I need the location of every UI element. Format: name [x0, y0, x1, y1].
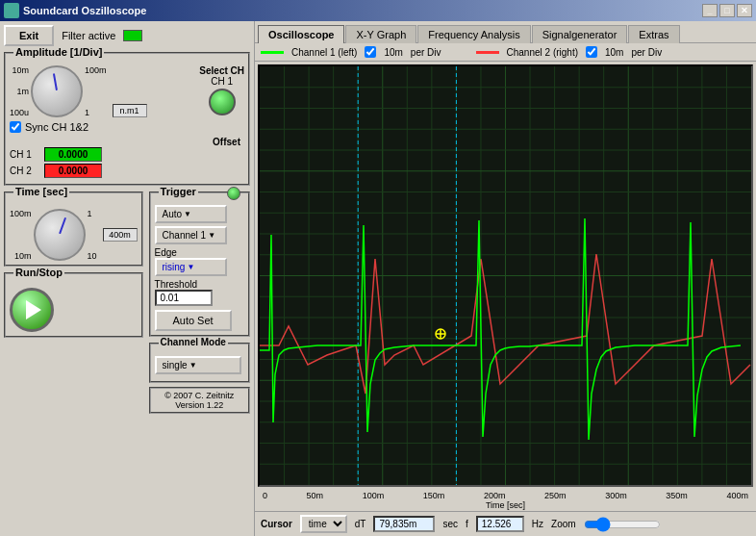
trigger-channel-dropdown[interactable]: Channel 1 ▼ — [155, 226, 227, 244]
channel-info-bar: Channel 1 (left) 10m per Div Channel 2 (… — [255, 42, 756, 62]
time-value: 400m — [103, 228, 138, 242]
ch2-visibility-checkbox[interactable] — [586, 46, 597, 58]
amp-scale-100m: 100m — [85, 65, 107, 75]
ch1-per-div-unit: per Div — [411, 47, 441, 58]
app-icon — [4, 3, 19, 18]
x-label-250m: 250m — [544, 491, 567, 500]
ch2-per-div: 10m — [605, 47, 623, 58]
exit-button[interactable]: Exit — [4, 25, 54, 46]
amp-scale-10m: 10m — [10, 65, 29, 75]
offset-ch2-label: CH 2 — [10, 166, 38, 176]
cursor-label: Cursor — [261, 519, 292, 529]
zoom-slider[interactable] — [584, 517, 661, 532]
dropdown-arrow-mode: ▼ — [184, 210, 191, 218]
run-stop-section: Run/Stop — [4, 272, 143, 338]
close-button[interactable]: ✕ — [737, 4, 752, 17]
time-scale-100m: 100m — [10, 209, 32, 218]
ch2-color-line — [476, 51, 499, 54]
ch1-led[interactable] — [209, 89, 236, 115]
tab-extras[interactable]: Extras — [628, 25, 679, 43]
channel-mode-dropdown[interactable]: single ▼ — [155, 356, 241, 374]
sync-label: Sync CH 1&2 — [25, 121, 88, 133]
amplitude-value: n.m1 — [113, 104, 147, 117]
time-knob[interactable] — [34, 209, 86, 261]
channel-mode-section: Channel Mode single ▼ — [149, 343, 250, 383]
threshold-label: Threshold — [155, 279, 244, 290]
trigger-mode-dropdown[interactable]: Auto ▼ — [155, 205, 227, 223]
scope-display[interactable] — [258, 64, 753, 487]
x-label-100m: 100m — [363, 491, 385, 500]
dt-label: dT — [355, 519, 366, 529]
ch1-color-line — [261, 51, 284, 54]
x-label-0: 0 — [263, 491, 267, 500]
offset-section: Offset CH 1 0.0000 CH 2 0.0000 — [10, 137, 244, 178]
offset-ch1-label: CH 1 — [10, 149, 38, 160]
maximize-button[interactable]: □ — [719, 4, 735, 17]
scope-svg — [260, 66, 751, 485]
f-label: f — [466, 519, 468, 529]
time-scale-1: 1 — [88, 209, 97, 218]
offset-title: Offset — [10, 137, 240, 147]
run-stop-button[interactable] — [10, 288, 54, 332]
minimize-button[interactable]: _ — [702, 4, 718, 17]
x-axis-title: Time [sec] — [261, 500, 750, 510]
f-value: 12.526 — [476, 516, 524, 532]
dropdown-arrow-edge: ▼ — [187, 263, 194, 271]
sync-checkbox[interactable] — [10, 121, 21, 133]
bottom-area: Time [sec] 100m 10m 1 10 400 — [4, 191, 250, 532]
x-label-400m: 400m — [726, 491, 748, 500]
amplitude-knob[interactable] — [31, 65, 83, 117]
play-icon — [26, 300, 41, 319]
ch2-bar-label: Channel 2 (right) — [507, 47, 578, 58]
tab-signal-gen[interactable]: Signalgenerator — [532, 25, 628, 43]
top-controls: Exit Filter active — [4, 25, 250, 46]
tab-oscilloscope[interactable]: Oscilloscope — [258, 25, 344, 43]
filter-indicator — [123, 30, 142, 41]
ch2-per-div-unit: per Div — [631, 47, 662, 58]
tab-xy-graph[interactable]: X-Y Graph — [345, 25, 416, 43]
amp-scale-1: 1 — [85, 108, 107, 117]
x-label-50m: 50m — [307, 491, 324, 500]
tabs-bar: Oscilloscope X-Y Graph Frequency Analysi… — [255, 21, 756, 42]
tab-freq-analysis[interactable]: Frequency Analysis — [417, 25, 530, 43]
amplitude-label: Amplitude [1/Div] — [13, 46, 104, 58]
run-stop-label: Run/Stop — [13, 267, 64, 278]
select-ch-area: Select CH CH 1 — [199, 65, 244, 117]
auto-set-button[interactable]: Auto Set — [155, 310, 232, 331]
trigger-edge-dropdown[interactable]: rising ▼ — [155, 258, 227, 276]
amp-scale-1m: 1m — [10, 87, 29, 96]
right-panel: Oscilloscope X-Y Graph Frequency Analysi… — [255, 21, 756, 536]
offset-ch2-value[interactable]: 0.0000 — [44, 164, 102, 178]
x-label-150m: 150m — [423, 491, 445, 500]
offset-ch1-value[interactable]: 0.0000 — [44, 147, 102, 162]
f-unit: Hz — [532, 519, 543, 529]
bottom-bar: Cursor time dT 79,835m sec f 12.526 Hz Z… — [255, 511, 756, 536]
ch1-label: CH 1 — [199, 76, 244, 87]
time-label: Time [sec] — [13, 186, 69, 197]
amplitude-section: Amplitude [1/Div] 10m 1m 100u 100m 1 — [4, 52, 250, 186]
zoom-label: Zoom — [551, 519, 576, 529]
window-title: Soundcard Oszilloscope — [23, 5, 146, 16]
x-axis-labels: 0 50m 100m 150m 200m 250m 300m 350m 400m… — [255, 490, 756, 511]
cursor-type-select[interactable]: time — [300, 515, 347, 533]
copyright-text: © 2007 C. Zeitnitz Version 1.22 — [164, 391, 234, 410]
amp-scale-100u: 100u — [10, 108, 29, 117]
trigger-led — [227, 187, 240, 200]
ch1-per-div: 10m — [384, 47, 402, 58]
left-panel: Exit Filter active Amplitude [1/Div] 10m… — [0, 21, 255, 536]
threshold-input[interactable] — [155, 290, 213, 306]
trigger-section: Trigger Auto ▼ Channel 1 ▼ Edge — [149, 191, 250, 337]
edge-label: Edge — [155, 247, 244, 258]
title-bar: Soundcard Oszilloscope _ □ ✕ — [0, 0, 756, 21]
time-scale-10m: 10m — [10, 251, 32, 261]
x-label-350m: 350m — [666, 491, 688, 500]
trigger-title: Trigger — [159, 186, 198, 197]
x-label-300m: 300m — [605, 491, 627, 500]
filter-label: Filter active — [62, 30, 115, 41]
ch1-visibility-checkbox[interactable] — [365, 46, 376, 58]
ch1-bar-label: Channel 1 (left) — [291, 47, 357, 58]
sync-row: Sync CH 1&2 — [10, 121, 244, 133]
time-scale-10: 10 — [88, 251, 97, 261]
dt-value: 79,835m — [373, 516, 435, 532]
select-ch-label: Select CH — [199, 65, 244, 76]
